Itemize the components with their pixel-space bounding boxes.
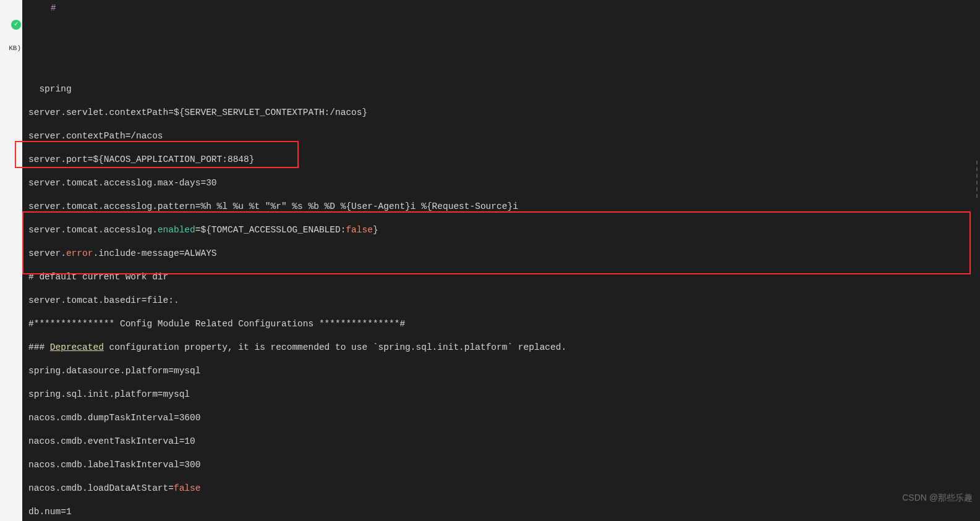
code-line: spring.sql.init.platform=mysql bbox=[28, 389, 980, 400]
code-line: server.contextPath=/nacos bbox=[28, 130, 980, 142]
file-type-icon: # bbox=[51, 2, 56, 14]
code-line: server.tomcat.accesslog.pattern=%h %l %u… bbox=[28, 201, 980, 213]
code-line: db.num=1 bbox=[28, 506, 980, 518]
code-pane[interactable]: # spring server.servlet.contextPath=${SE… bbox=[22, 0, 980, 521]
highlight-box-db bbox=[22, 211, 971, 274]
code-line: spring bbox=[28, 83, 980, 95]
code-line: ### Deprecated configuration property, i… bbox=[28, 342, 980, 354]
code-line: server.tomcat.basedir=file:. bbox=[28, 295, 980, 307]
code-line: nacos.cmdb.loadDataAtStart=false bbox=[28, 483, 980, 494]
scrollbar-indicator[interactable] bbox=[976, 161, 979, 198]
gutter-size-label: KB) bbox=[0, 43, 22, 54]
code-line: nacos.cmdb.labelTaskInterval=300 bbox=[28, 459, 980, 471]
gutter: ✓ KB) bbox=[0, 0, 22, 521]
code-line: server.port=${NACOS_APPLICATION_PORT:884… bbox=[28, 154, 980, 166]
sync-check-icon: ✓ bbox=[0, 19, 22, 30]
code-line: server.error.include-message=ALWAYS bbox=[28, 248, 980, 260]
code-line: #*************** Config Module Related C… bbox=[28, 318, 980, 330]
code-line: server.tomcat.accesslog.enabled=${TOMCAT… bbox=[28, 224, 980, 236]
code-line: nacos.cmdb.eventTaskInterval=10 bbox=[28, 436, 980, 447]
code-line: # default current work dir bbox=[28, 271, 980, 283]
code-line: server.servlet.contextPath=${SERVER_SERV… bbox=[28, 107, 980, 119]
code-line: server.tomcat.accesslog.max-days=30 bbox=[28, 177, 980, 189]
editor-area: ✓ KB) # spring server.servlet.contextPat… bbox=[0, 0, 980, 521]
code-line: spring.datasource.platform=mysql bbox=[28, 365, 980, 377]
code-line: nacos.cmdb.dumpTaskInterval=3600 bbox=[28, 412, 980, 424]
